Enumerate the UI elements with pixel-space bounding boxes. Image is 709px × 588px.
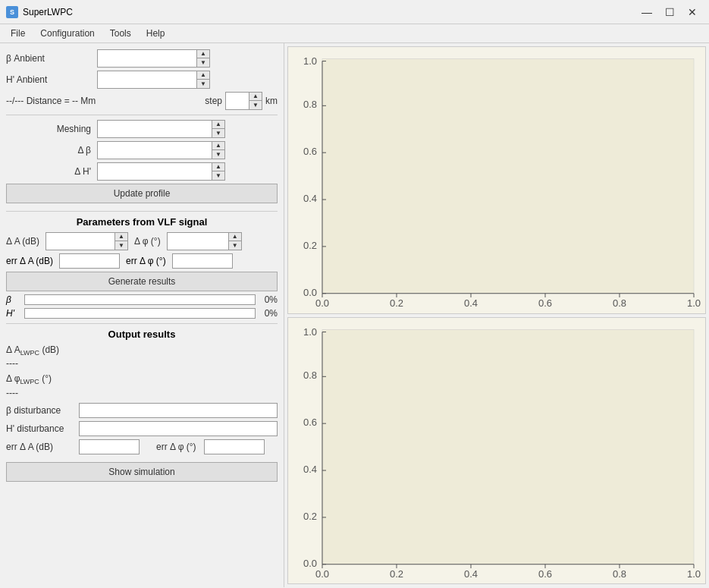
svg-text:1.0: 1.0 [303, 325, 317, 337]
h-progress-row: H' 0% [6, 308, 278, 319]
menu-tools[interactable]: Tools [102, 26, 139, 41]
svg-text:0.8: 0.8 [613, 297, 626, 309]
delta-beta-up[interactable]: ▲ [212, 142, 224, 150]
svg-text:0.0: 0.0 [303, 557, 317, 568]
h-ambient-spinner: 74 ▲ ▼ [97, 71, 210, 89]
meshing-spinner-btns: ▲ ▼ [212, 121, 224, 137]
delta-phi-up[interactable]: ▲ [229, 233, 241, 241]
meshing-down[interactable]: ▼ [212, 129, 224, 137]
bottom-chart-svg: 0.0 0.2 0.4 0.6 0.8 1.0 0.0 0.2 0.4 0.6 … [288, 318, 705, 584]
h-progress-label: H' [6, 308, 21, 319]
svg-rect-29 [322, 329, 694, 564]
delta-beta-input[interactable]: -0.100 [98, 142, 212, 159]
delta-a-label: Δ A (dB) [6, 236, 39, 247]
delta-philwpc-value: ---- [6, 388, 278, 398]
err-out-row: err Δ A (dB) err Δ φ (°) [6, 439, 278, 454]
delta-beta-spinner: -0.100 ▲ ▼ [97, 141, 225, 159]
svg-text:0.6: 0.6 [303, 417, 317, 428]
delta-h-spinner-btns: ▲ ▼ [212, 163, 224, 180]
title-bar: S SuperLWPC — ☐ ✕ [0, 0, 709, 24]
params-title: Parameters from VLF signal [6, 216, 278, 228]
close-button[interactable]: ✕ [682, 3, 703, 21]
beta-ambient-spinner: 0.30 ▲ ▼ [97, 49, 210, 68]
delta-h-row: Δ H' -5.000 ▲ ▼ [6, 162, 278, 181]
menu-bar: File Configuration Tools Help [0, 24, 709, 43]
maximize-button[interactable]: ☐ [659, 3, 680, 21]
beta-ambient-down[interactable]: ▼ [197, 58, 209, 67]
meshing-up[interactable]: ▲ [212, 121, 224, 129]
menu-file[interactable]: File [3, 26, 33, 41]
show-simulation-button[interactable]: Show simulation [6, 462, 278, 482]
title-bar-controls: — ☐ ✕ [636, 3, 703, 21]
meshing-input[interactable]: 10 [98, 121, 212, 137]
delta-a-spinner-btns: ▲ ▼ [115, 233, 127, 250]
delta-phi-spinner-btns: ▲ ▼ [228, 233, 241, 250]
step-label: step [205, 96, 222, 106]
h-dist-label: H' disturbance [6, 423, 74, 434]
beta-dist-input[interactable] [79, 403, 278, 418]
delta-h-down[interactable]: ▼ [212, 171, 224, 180]
delta-h-spinner: -5.000 ▲ ▼ [97, 162, 225, 181]
h-ambient-up[interactable]: ▲ [197, 71, 209, 80]
menu-configuration[interactable]: Configuration [33, 26, 102, 41]
svg-text:0.2: 0.2 [303, 240, 317, 251]
h-ambient-down[interactable]: ▼ [197, 80, 209, 88]
h-dist-input[interactable] [79, 421, 278, 436]
app-title: SuperLWPC [23, 7, 73, 17]
delta-a-input[interactable]: 1.400 [46, 233, 115, 250]
delta-beta-label: Δ β [6, 145, 97, 156]
distance-label: --/--- Distance = -- Mm [6, 96, 96, 106]
beta-ambient-input[interactable]: 0.30 [98, 50, 196, 67]
err-delta-phi-out-input[interactable] [204, 439, 265, 454]
right-panel: 0.0 0.2 0.4 0.6 0.8 1.0 0.0 0.2 0.4 0.6 … [284, 43, 709, 587]
svg-text:0.4: 0.4 [464, 297, 478, 309]
delta-beta-down[interactable]: ▼ [212, 150, 224, 159]
delta-a-down[interactable]: ▼ [115, 241, 127, 250]
svg-text:0.0: 0.0 [315, 568, 329, 580]
step-up[interactable]: ▲ [249, 93, 262, 101]
delta-a-spinner: 1.400 ▲ ▼ [45, 232, 128, 250]
generate-results-button[interactable]: Generate results [6, 272, 278, 291]
delta-phi-down[interactable]: ▼ [229, 241, 241, 250]
svg-text:0.6: 0.6 [303, 146, 317, 157]
err-delta-phi-input[interactable]: 2 [172, 253, 233, 269]
svg-text:0.6: 0.6 [538, 297, 552, 309]
svg-text:0.4: 0.4 [303, 463, 317, 474]
delta-h-up[interactable]: ▲ [212, 163, 224, 171]
distance-row: --/--- Distance = -- Mm step 20 ▲ ▼ km [6, 92, 278, 110]
minimize-button[interactable]: — [636, 3, 657, 21]
step-down[interactable]: ▼ [249, 101, 262, 109]
delta-h-input[interactable]: -5.000 [98, 163, 212, 180]
step-spinner-btns: ▲ ▼ [249, 93, 262, 109]
menu-help[interactable]: Help [139, 26, 173, 41]
step-input[interactable]: 20 [226, 93, 249, 109]
delta-a-up[interactable]: ▲ [115, 233, 127, 241]
output-title: Output results [6, 329, 278, 340]
app-body: β Anbient 0.30 ▲ ▼ H' Anbient 74 ▲ ▼ [0, 43, 709, 587]
svg-text:0.2: 0.2 [303, 510, 317, 521]
h-ambient-spinner-btns: ▲ ▼ [196, 71, 209, 88]
beta-progress-label: β [6, 294, 21, 305]
svg-text:1.0: 1.0 [303, 55, 317, 66]
delta-beta-spinner-btns: ▲ ▼ [212, 142, 224, 159]
beta-ambient-up[interactable]: ▲ [197, 50, 209, 58]
err-delta-a-out-label: err Δ A (dB) [6, 442, 74, 452]
meshing-spinner: 10 ▲ ▼ [97, 120, 225, 138]
err-delta-a-out-input[interactable] [79, 439, 140, 454]
km-label: km [265, 96, 278, 106]
update-profile-button[interactable]: Update profile [6, 184, 278, 203]
beta-dist-row: β disturbance [6, 403, 278, 418]
svg-text:0.0: 0.0 [303, 287, 317, 298]
svg-rect-1 [322, 58, 694, 293]
meshing-row: Meshing 10 ▲ ▼ [6, 120, 278, 138]
delta-alwpc-value: ---- [6, 358, 278, 369]
app-icon: S [6, 6, 18, 18]
h-ambient-input[interactable]: 74 [98, 71, 196, 88]
err-delta-a-input[interactable]: 0.2 [59, 253, 120, 269]
h-ambient-label: H' Anbient [6, 74, 97, 85]
svg-text:0.8: 0.8 [303, 369, 317, 381]
delta-phi-input[interactable]: -97.700 [168, 233, 228, 250]
beta-ambient-spinner-btns: ▲ ▼ [196, 50, 209, 67]
delta-phi-label: Δ φ (°) [134, 236, 161, 247]
delta-philwpc-label: Δ φLWPC (°) [6, 373, 278, 385]
